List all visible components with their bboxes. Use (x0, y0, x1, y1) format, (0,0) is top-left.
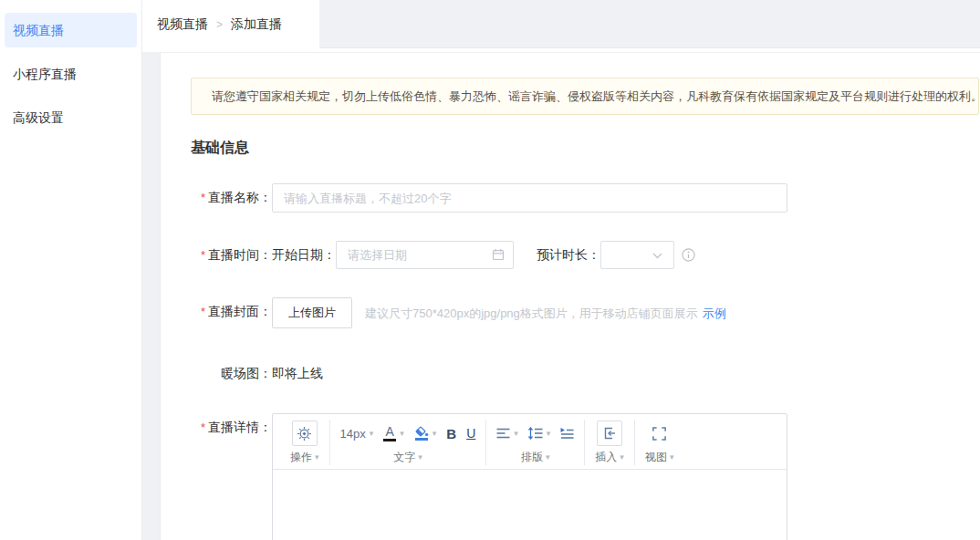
live-time-label-text: 直播时间： (208, 247, 272, 262)
live-detail-label-text: 直播详情： (208, 420, 272, 434)
line-height-dropdown[interactable]: ▾ (528, 427, 551, 440)
sidebar-item-advanced-settings[interactable]: 高级设置 (5, 100, 137, 135)
caret-down-icon: ▾ (418, 453, 422, 462)
live-cover-label-text: 直播封面： (208, 304, 272, 318)
font-color-bar (383, 439, 396, 441)
required-marker: * (201, 191, 205, 204)
text-menu-label: 文字 (393, 450, 415, 465)
warmup-coming-soon-text: 即将上线 (272, 359, 323, 382)
caret-down-icon: ▾ (433, 430, 437, 438)
rich-text-editor: 操作 ▾ 14px ▾ (272, 413, 787, 540)
topbar-background-strip (319, 0, 980, 48)
toolbar-group-insert: 插入 ▾ (584, 420, 634, 465)
highlight-color-dropdown[interactable]: ▾ (414, 426, 437, 441)
bold-button[interactable]: B (446, 426, 456, 441)
insert-menu-label: 插入 (595, 450, 617, 465)
chevron-down-icon (652, 253, 662, 259)
start-date-label: 开始日期： (272, 241, 336, 264)
example-link[interactable]: 示例 (703, 306, 726, 320)
underline-button[interactable]: U (466, 426, 475, 441)
operate-menu[interactable]: 操作 ▾ (290, 450, 319, 465)
duration-label: 预计时长： (537, 241, 600, 264)
view-menu-label: 视图 (645, 450, 667, 465)
caret-down-icon: ▾ (546, 453, 550, 462)
breadcrumb-video-live[interactable]: 视频直播 (157, 16, 208, 33)
indent-icon (560, 427, 574, 440)
upload-image-button[interactable]: 上传图片 (272, 297, 352, 328)
start-date-picker (336, 241, 514, 269)
info-icon[interactable] (682, 241, 695, 262)
required-marker: * (201, 305, 205, 318)
caret-down-icon: ▾ (370, 430, 374, 438)
gear-icon (297, 426, 312, 441)
text-menu[interactable]: 文字 ▾ (393, 450, 422, 465)
add-live-form: *直播名称： *直播时间： 开始日期： (191, 183, 980, 540)
app-window: 视频直播 小程序直播 高级设置 视频直播 > 添加直播 请您遵守国家相关规定，切… (0, 0, 980, 540)
breadcrumb-add-live: 添加直播 (231, 16, 282, 33)
insert-menu[interactable]: 插入 ▾ (595, 450, 624, 465)
form-row-live-time: *直播时间： 开始日期： (191, 241, 980, 269)
caret-down-icon: ▾ (547, 430, 551, 438)
align-dropdown[interactable]: ▾ (496, 427, 518, 440)
highlight-color-bar (415, 438, 428, 441)
cover-hint-text: 建议尺寸750*420px的jpg/png格式图片，用于移动店铺页面展示 (365, 306, 698, 320)
font-color-letter: A (386, 425, 394, 438)
paint-bucket-icon (414, 426, 429, 441)
breadcrumb: 视频直播 > 添加直播 (157, 16, 282, 33)
caret-down-icon: ▾ (400, 430, 404, 438)
insert-icon (602, 426, 617, 441)
layout-menu[interactable]: 排版 ▾ (521, 450, 550, 465)
duration-select[interactable] (600, 241, 674, 269)
live-cover-label: *直播封面： (191, 297, 272, 320)
toolbar-group-operate: 操作 ▾ (280, 420, 329, 465)
font-size-dropdown[interactable]: 14px ▾ (340, 427, 374, 441)
content-card: 请您遵守国家相关规定，切勿上传低俗色情、暴力恐怖、谣言诈骗、侵权盗版等相关内容，… (160, 52, 980, 540)
warmup-label-text: 暖场图： (221, 366, 272, 380)
font-color-icon: A (383, 425, 396, 441)
cover-hint: 建议尺寸750*420px的jpg/png格式图片，用于移动店铺页面展示示例 (365, 297, 726, 322)
align-left-icon (496, 427, 510, 440)
toolbar-group-view: 视图 ▾ (634, 420, 684, 465)
main-area: 视频直播 > 添加直播 请您遵守国家相关规定，切勿上传低俗色情、暴力恐怖、谣言诈… (142, 0, 980, 540)
form-row-live-detail: *直播详情： (191, 413, 980, 540)
editor-toolbar: 操作 ▾ 14px ▾ (273, 414, 787, 470)
toolbar-group-text: 14px ▾ A ▾ (329, 420, 486, 465)
live-name-input[interactable] (272, 183, 787, 213)
breadcrumb-separator: > (216, 18, 223, 31)
live-name-label-text: 直播名称： (208, 190, 272, 204)
font-color-dropdown[interactable]: A ▾ (383, 425, 404, 441)
required-marker: * (201, 421, 205, 434)
form-row-warmup-image: 暖场图： 即将上线 (191, 359, 980, 382)
operate-menu-label: 操作 (290, 450, 312, 465)
layout-menu-label: 排版 (521, 450, 543, 465)
insert-button[interactable] (597, 421, 622, 446)
live-time-label: *直播时间： (191, 241, 272, 264)
toolbar-group-layout: ▾ (485, 420, 584, 465)
caret-down-icon: ▾ (670, 453, 674, 462)
required-marker: * (201, 248, 205, 262)
fullscreen-button[interactable] (652, 426, 667, 441)
fullscreen-icon (652, 426, 667, 441)
form-row-live-cover: *直播封面： 上传图片 建议尺寸750*420px的jpg/png格式图片，用于… (191, 297, 980, 328)
form-row-live-name: *直播名称： (191, 183, 980, 213)
start-date-input[interactable] (336, 241, 514, 269)
caret-down-icon: ▾ (620, 453, 624, 462)
caret-down-icon: ▾ (514, 430, 518, 438)
operate-settings-button[interactable] (292, 421, 318, 446)
indent-button[interactable] (560, 427, 574, 440)
live-name-label: *直播名称： (191, 183, 272, 206)
live-detail-label: *直播详情： (191, 413, 272, 436)
caret-down-icon: ▾ (315, 453, 319, 462)
line-height-icon (528, 427, 543, 440)
compliance-notice: 请您遵守国家相关规定，切勿上传低俗色情、暴力恐怖、谣言诈骗、侵权盗版等相关内容，… (191, 78, 979, 115)
sidebar-item-miniprogram-live[interactable]: 小程序直播 (5, 57, 137, 91)
section-title-basic-info: 基础信息 (191, 139, 980, 155)
sidebar-item-video-live[interactable]: 视频直播 (5, 13, 137, 47)
warmup-label: 暖场图： (191, 359, 272, 382)
font-size-value: 14px (340, 427, 366, 441)
sidebar: 视频直播 小程序直播 高级设置 (0, 0, 142, 540)
view-menu[interactable]: 视图 ▾ (645, 450, 674, 465)
editor-content-area[interactable] (273, 470, 787, 540)
breadcrumb-bar: 视频直播 > 添加直播 (142, 0, 980, 52)
calendar-icon[interactable] (492, 248, 505, 264)
